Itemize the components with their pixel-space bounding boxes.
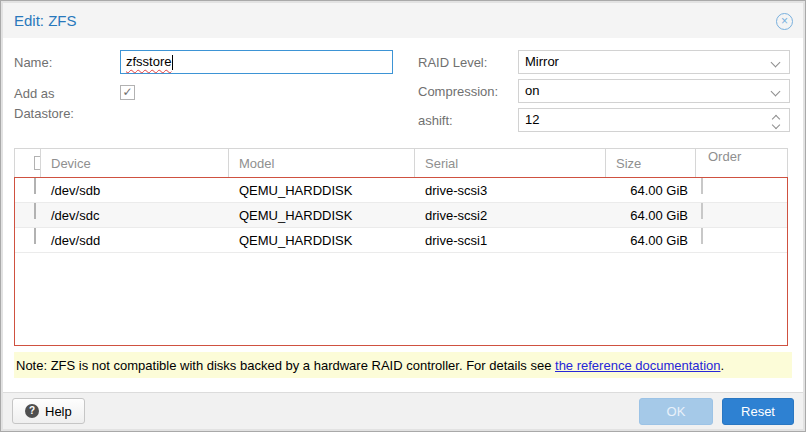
chevron-down-icon (771, 58, 781, 68)
help-button[interactable]: ? Help (12, 398, 85, 424)
table-row[interactable]: /dev/sdb QEMU_HARDDISK drive-scsi3 64.00… (15, 178, 787, 203)
spinner-down-icon[interactable] (772, 121, 780, 129)
reference-documentation-link[interactable]: the reference documentation (555, 358, 721, 373)
select-all-checkbox[interactable] (34, 156, 41, 170)
reset-button[interactable]: Reset (722, 398, 794, 425)
order-spinner[interactable] (701, 203, 703, 219)
compression-label: Compression: (418, 84, 498, 99)
ok-button[interactable]: OK (639, 398, 713, 425)
dialog-title: Edit: ZFS (14, 12, 77, 29)
cell-model: QEMU_HARDDISK (229, 203, 415, 227)
compression-value: on (525, 83, 539, 98)
table-row[interactable]: /dev/sdd QEMU_HARDDISK drive-scsi1 64.00… (15, 228, 787, 253)
ashift-spinner[interactable]: 12 (518, 108, 790, 132)
note-text-suffix: . (721, 358, 725, 373)
column-header-serial[interactable]: Serial (415, 149, 606, 177)
cell-model: QEMU_HARDDISK (229, 178, 415, 202)
dialog-footer: ? Help OK Reset (3, 392, 803, 429)
cell-size: 64.00 GiB (606, 178, 696, 202)
column-header-device[interactable]: Device (41, 149, 229, 177)
chevron-down-icon (771, 87, 781, 97)
ashift-value: 12 (525, 112, 539, 127)
ashift-label: ashift: (418, 113, 453, 128)
raid-level-label: RAID Level: (418, 55, 487, 70)
order-spinner[interactable] (701, 228, 703, 244)
name-input-value: zfsstore (126, 51, 172, 73)
cell-size: 64.00 GiB (606, 203, 696, 227)
help-icon: ? (25, 404, 39, 418)
disk-table-body: /dev/sdb QEMU_HARDDISK drive-scsi3 64.00… (14, 177, 788, 346)
name-label: Name: (14, 55, 52, 70)
row-checkbox[interactable] (34, 228, 36, 244)
text-cursor (172, 55, 173, 70)
column-header-model[interactable]: Model (229, 149, 415, 177)
table-row[interactable]: /dev/sdc QEMU_HARDDISK drive-scsi2 64.00… (15, 203, 787, 228)
raid-level-value: Mirror (525, 54, 559, 69)
row-checkbox[interactable] (34, 203, 36, 219)
cell-device: /dev/sdc (41, 203, 229, 227)
raid-level-select[interactable]: Mirror (518, 50, 790, 74)
cell-serial: drive-scsi3 (415, 178, 606, 202)
cell-serial: drive-scsi1 (415, 228, 606, 252)
add-as-datastore-label: Add as Datastore: (14, 84, 86, 124)
note-text: Note: ZFS is not compatible with disks b… (16, 358, 555, 373)
help-button-label: Help (45, 404, 72, 419)
cell-size: 64.00 GiB (606, 228, 696, 252)
compression-select[interactable]: on (518, 79, 790, 103)
add-as-datastore-checkbox[interactable]: ✓ (120, 85, 135, 100)
cell-model: QEMU_HARDDISK (229, 228, 415, 252)
dialog-titlebar (3, 3, 803, 38)
checkbox-checked-icon: ✓ (122, 85, 132, 99)
disk-table-header: Device Model Serial Size Order (14, 148, 788, 177)
zfs-note: Note: ZFS is not compatible with disks b… (14, 352, 792, 378)
close-icon[interactable]: × (776, 13, 793, 30)
cell-device: /dev/sdd (41, 228, 229, 252)
cell-device: /dev/sdb (41, 178, 229, 202)
header-select-all-cell (15, 149, 41, 177)
order-spinner[interactable] (701, 178, 703, 194)
column-header-order[interactable]: Order (696, 149, 787, 177)
name-input[interactable]: zfsstore (120, 50, 393, 74)
column-header-size[interactable]: Size (606, 149, 696, 177)
row-checkbox[interactable] (34, 178, 36, 194)
cell-serial: drive-scsi2 (415, 203, 606, 227)
